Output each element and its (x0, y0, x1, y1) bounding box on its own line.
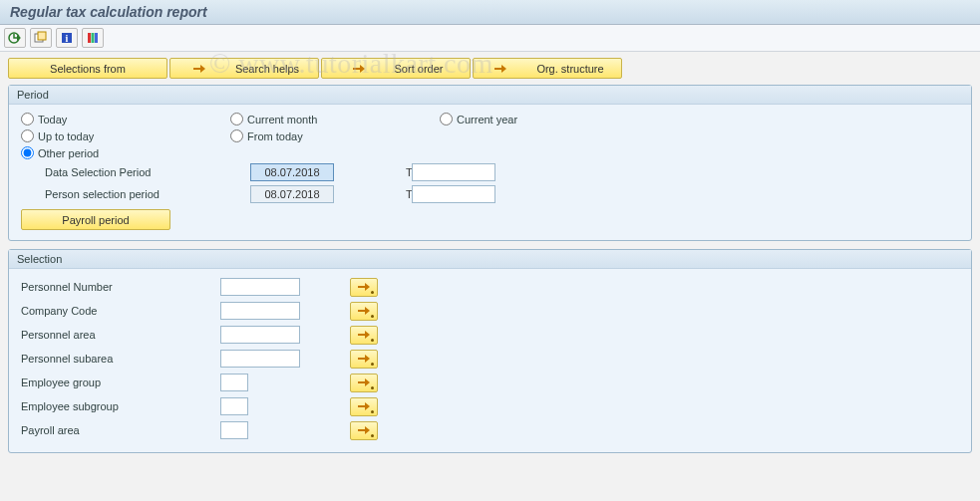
period-panel: Period Today Current month Current year (8, 85, 972, 241)
arrow-right-icon (358, 282, 370, 292)
variants-icon (34, 31, 48, 45)
radio-from-today[interactable] (230, 129, 243, 142)
svg-rect-7 (95, 33, 98, 43)
org-structure-label: Org. structure (536, 63, 603, 75)
person-selection-to-input[interactable] (412, 185, 495, 203)
radio-today[interactable] (21, 113, 34, 125)
app-toolbar: i (0, 25, 980, 52)
arrow-right-icon (358, 377, 370, 387)
multiple-selection-button[interactable] (350, 302, 378, 321)
multiple-selection-button[interactable] (350, 278, 378, 297)
data-selection-period-input[interactable] (250, 163, 334, 181)
info-icon: i (60, 31, 74, 45)
arrow-right-icon (358, 354, 370, 364)
radio-today-label: Today (38, 114, 67, 125)
variants-button[interactable] (30, 28, 52, 48)
multiple-selection-button[interactable] (350, 350, 378, 369)
search-helps-button[interactable]: Search helps (169, 58, 319, 79)
radio-current-year-label: Current year (457, 114, 517, 125)
radio-other-period[interactable] (21, 146, 34, 159)
layout-button[interactable] (82, 28, 104, 48)
radio-current-year[interactable] (440, 113, 453, 125)
selection-row: Personnel area (21, 323, 959, 347)
period-panel-header: Period (9, 86, 971, 105)
selection-field-input[interactable] (220, 350, 300, 368)
selection-row: Personnel subarea (21, 347, 959, 371)
radio-up-to-today[interactable] (21, 129, 34, 142)
to-label-1: To (356, 166, 406, 178)
selection-field-label: Personnel Number (21, 281, 220, 293)
multiple-selection-button[interactable] (350, 397, 378, 416)
sort-order-button[interactable]: Sort order (321, 58, 471, 79)
sort-order-label: Sort order (395, 63, 444, 75)
selection-field-label: Personnel area (21, 329, 220, 341)
arrow-right-icon (358, 401, 370, 411)
selection-field-input[interactable] (220, 374, 248, 391)
selection-field-input[interactable] (220, 278, 300, 296)
execute-button[interactable] (4, 28, 26, 48)
selection-row: Employee group (21, 371, 959, 394)
multiple-selection-button[interactable] (350, 326, 378, 345)
layout-icon (86, 31, 100, 45)
arrow-right-icon (353, 64, 365, 74)
selection-row: Company Code (21, 299, 959, 323)
selection-field-label: Employee group (21, 376, 220, 388)
selection-panel-header: Selection (9, 250, 971, 269)
person-selection-period-input[interactable] (250, 185, 334, 203)
arrow-right-icon (193, 64, 205, 74)
selection-row: Personnel Number (21, 275, 959, 299)
arrow-right-icon (358, 330, 370, 340)
clock-execute-icon (8, 31, 22, 45)
content-area: Selections from Search helps Sort order … (0, 52, 980, 467)
selection-field-input[interactable] (220, 326, 300, 344)
svg-rect-2 (38, 32, 46, 40)
payroll-period-label: Payroll period (62, 214, 129, 226)
person-selection-period-label: Person selection period (45, 188, 244, 200)
svg-rect-6 (92, 33, 95, 43)
selection-field-input[interactable] (220, 421, 248, 439)
to-label-2: To (356, 188, 406, 200)
radio-current-month-label: Current month (247, 114, 317, 125)
selection-row: Payroll area (21, 418, 959, 442)
selections-from-label: Selections from (50, 63, 126, 75)
selection-field-label: Company Code (21, 305, 220, 317)
search-helps-label: Search helps (235, 63, 299, 75)
svg-text:i: i (66, 33, 69, 44)
arrow-right-icon (358, 425, 370, 435)
selection-field-input[interactable] (220, 397, 248, 415)
data-selection-to-input[interactable] (412, 163, 495, 181)
multiple-selection-button[interactable] (350, 421, 378, 440)
data-selection-period-label: Data Selection Period (45, 166, 244, 178)
multiple-selection-button[interactable] (350, 374, 378, 392)
radio-other-period-label: Other period (38, 147, 99, 159)
info-button[interactable]: i (56, 28, 78, 48)
radio-from-today-label: From today (247, 130, 303, 142)
arrow-right-icon (494, 64, 506, 74)
selections-from-button[interactable]: Selections from (8, 58, 167, 79)
arrow-right-icon (358, 306, 370, 316)
selection-panel: Selection Personnel NumberCompany CodePe… (8, 249, 972, 453)
selection-field-input[interactable] (220, 302, 300, 320)
org-structure-button[interactable]: Org. structure (473, 58, 622, 79)
page-title: Regular tax calculation report (0, 0, 980, 25)
top-button-row: Selections from Search helps Sort order … (8, 58, 972, 79)
selection-field-label: Payroll area (21, 424, 220, 436)
selection-field-label: Employee subgroup (21, 400, 220, 412)
selection-field-label: Personnel subarea (21, 353, 220, 365)
radio-current-month[interactable] (230, 113, 243, 125)
svg-rect-5 (88, 33, 91, 43)
payroll-period-button[interactable]: Payroll period (21, 209, 170, 230)
selection-row: Employee subgroup (21, 394, 959, 418)
radio-up-to-today-label: Up to today (38, 130, 94, 142)
